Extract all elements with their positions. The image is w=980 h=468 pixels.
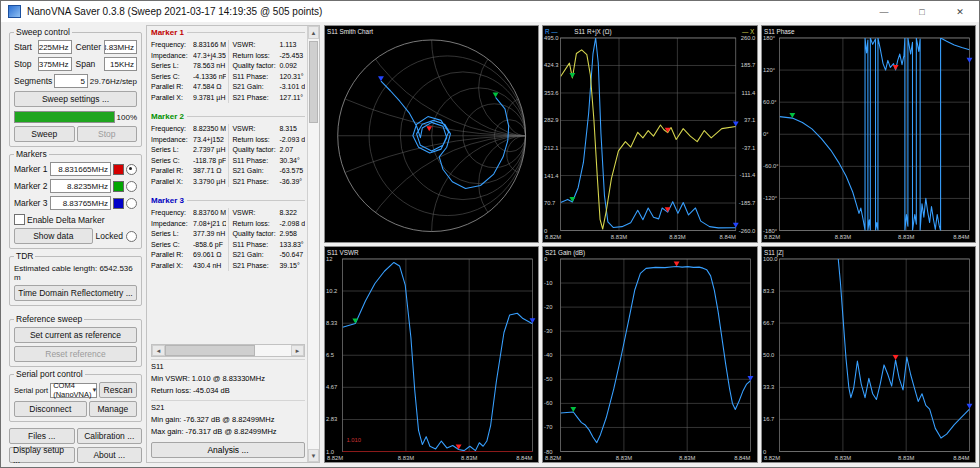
svg-text:S11 Phase: S11 Phase (764, 28, 795, 35)
manage-button[interactable]: Manage (89, 401, 137, 417)
svg-text:60.0°: 60.0° (763, 99, 777, 105)
segments-input[interactable]: 5 (54, 74, 88, 88)
field-value: -858.6 pF (193, 240, 226, 251)
set-reference-button[interactable]: Set current as reference (14, 327, 137, 343)
field-value: 39.15° (279, 261, 305, 272)
s11-summary: S11 Min VSWR: 1.010 @ 8.83330MHz Return … (151, 359, 305, 397)
marker-detail-block: Marker 3Frequency:8.83760 MHzImpedance:7… (151, 196, 305, 271)
horizontal-scrollbar[interactable]: ◄ ► (151, 344, 305, 357)
svg-text:33.3: 33.3 (763, 384, 775, 390)
stop-button[interactable]: Stop (77, 126, 138, 142)
field-value: 47.584 Ω (193, 82, 226, 93)
vscroll-thumb[interactable] (309, 41, 318, 123)
chart-rjx[interactable]: 495.0424.3353.6282.9212.1141.470.70260.0… (542, 25, 757, 243)
start-input[interactable]: 8.8225MHz (38, 40, 72, 54)
scroll-left-icon[interactable]: ◄ (152, 345, 165, 356)
sweep-control-title: Sweep control (14, 27, 72, 37)
divider (187, 32, 305, 33)
calibration-button[interactable]: Calibration ... (77, 428, 143, 444)
svg-text:-50: -50 (544, 376, 553, 382)
maximize-button[interactable]: □ (903, 1, 941, 22)
delta-marker-checkbox[interactable] (14, 214, 25, 225)
serial-port-label: Serial port (14, 386, 48, 395)
field-value: 8.83166 MHz (193, 40, 226, 51)
field-value: 47.3+j4.35 Ω (193, 51, 226, 62)
about-button[interactable]: About ... (77, 447, 143, 463)
field-label: VSWR: (232, 40, 279, 51)
reset-reference-button[interactable]: Reset reference (14, 346, 137, 362)
sweep-button[interactable]: Sweep (14, 126, 75, 142)
field-value: 30.34° (279, 156, 305, 167)
show-data-button[interactable]: Show data (14, 228, 93, 244)
marker3-radio[interactable] (126, 198, 137, 209)
chart-phase[interactable]: 180°120°60.0°0°-60.0°-120°-180°8.82M8.83… (761, 25, 976, 243)
marker1-frequency-input[interactable]: 8.831665MHz (50, 162, 111, 176)
scroll-up-icon[interactable]: ▲ (308, 26, 319, 39)
scroll-right-icon[interactable]: ► (291, 345, 304, 356)
marker1-radio[interactable] (126, 164, 137, 175)
rescan-button[interactable]: Rescan (99, 382, 137, 398)
svg-text:8.83M: 8.83M (898, 454, 914, 460)
svg-text:8.83M: 8.83M (461, 454, 477, 460)
svg-text:0: 0 (544, 255, 548, 261)
scroll-down-icon[interactable]: ▼ (308, 449, 319, 462)
disconnect-button[interactable]: Disconnect (14, 401, 87, 417)
chart-vswr[interactable]: 1210.28.336.54.672.831.08.82M8.83M8.83M8… (324, 246, 539, 464)
svg-text:353.6: 353.6 (544, 90, 559, 96)
field-value: -3.101 dB (279, 82, 305, 93)
svg-text:70.7: 70.7 (544, 200, 555, 206)
svg-text:37.1: 37.1 (744, 117, 755, 123)
marker2-color-button[interactable] (113, 181, 124, 192)
chart-smith[interactable]: S11 Smith Chart (324, 25, 539, 243)
svg-text:-20: -20 (544, 304, 553, 310)
titlebar: NanoVNA Saver 0.3.8 (Sweep 2021-03-17 14… (1, 1, 979, 22)
display-setup-button[interactable]: Display setup ... (9, 447, 75, 463)
field-label: Quality factor: (232, 229, 279, 240)
serial-port-value: COM4 (NanoVNA) (53, 381, 91, 399)
svg-text:8.82M: 8.82M (327, 454, 343, 460)
marker2-label: Marker 2 (14, 181, 48, 191)
close-button[interactable]: ✕ (941, 1, 979, 22)
svg-text:282.9: 282.9 (544, 117, 559, 123)
locked-radio[interactable] (126, 231, 137, 242)
field-value: -2.098 dB (279, 219, 305, 230)
hscroll-thumb[interactable] (165, 345, 255, 356)
span-input[interactable]: 15KHz (104, 57, 138, 71)
field-value: 7.08+j21 Ω (193, 219, 226, 230)
marker3-color-button[interactable] (113, 198, 124, 209)
window-title: NanoVNA Saver 0.3.8 (Sweep 2021-03-17 14… (27, 6, 865, 17)
minimize-button[interactable]: — (865, 1, 903, 22)
field-label: Series C: (151, 240, 193, 251)
svg-text:4.67: 4.67 (326, 384, 337, 390)
marker2-frequency-input[interactable]: 8.8235MHz (50, 179, 111, 193)
marker2-radio[interactable] (126, 181, 137, 192)
chart-gain[interactable]: 0-10-20-30-40-50-60-70-808.82M8.83M8.83M… (542, 246, 757, 464)
field-value: 1.113 (279, 40, 305, 51)
svg-text:0: 0 (544, 227, 548, 233)
serial-port-select[interactable]: COM4 (NanoVNA)▼ (50, 383, 97, 398)
marker3-frequency-input[interactable]: 8.83765MHz (50, 196, 111, 210)
stop-label: Stop (14, 59, 36, 69)
tdr-button[interactable]: Time Domain Reflectometry ... (14, 285, 137, 301)
field-label: S21 Phase: (232, 177, 279, 188)
s21-summary: S21 Min gain: -76.327 dB @ 8.82499MHz Ma… (151, 400, 305, 438)
files-button[interactable]: Files ... (9, 428, 75, 444)
marker1-color-button[interactable] (113, 164, 124, 175)
center-input[interactable]: 8.83MHz (104, 40, 138, 54)
chart-z[interactable]: 100.083.366.750.033.316.708.82M8.83M8.83… (761, 246, 976, 464)
delta-marker-label: Enable Delta Marker (27, 215, 104, 225)
field-label: Return loss: (232, 51, 279, 62)
field-label: Parallel R: (151, 166, 193, 177)
sweep-control-group: Sweep control Start 8.8225MHz Center 8.8… (9, 32, 142, 147)
vertical-scrollbar[interactable]: ▲ ▼ (307, 26, 319, 462)
reference-sweep-group: Reference sweep Set current as reference… (9, 319, 142, 367)
sweep-settings-button[interactable]: Sweep settings ... (14, 91, 137, 107)
analysis-button[interactable]: Analysis ... (151, 442, 305, 458)
svg-text:S21 Gain (dB): S21 Gain (dB) (545, 248, 585, 256)
svg-text:10.2: 10.2 (326, 287, 337, 293)
svg-text:8.83M: 8.83M (898, 234, 914, 240)
svg-text:8.84M: 8.84M (953, 234, 969, 240)
stop-input[interactable]: 8.8375MHz (38, 57, 72, 71)
svg-text:8.84M: 8.84M (735, 454, 751, 460)
reference-group-title: Reference sweep (14, 314, 84, 324)
